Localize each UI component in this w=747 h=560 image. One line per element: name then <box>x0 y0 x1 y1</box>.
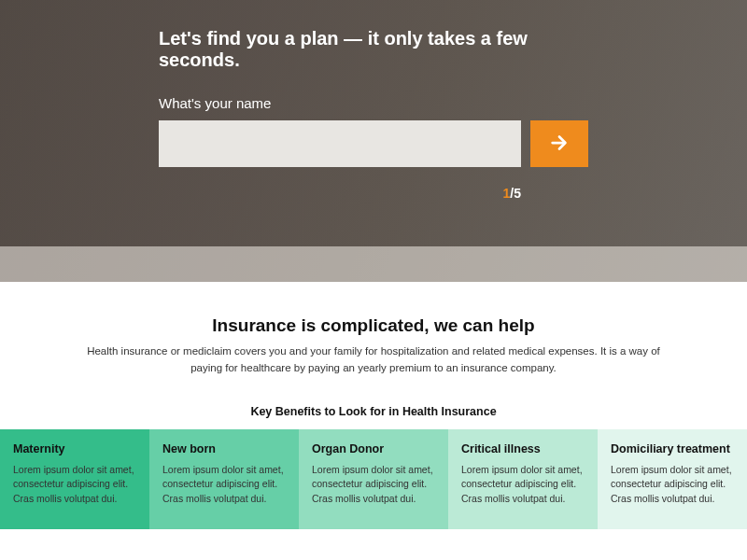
name-label: What's your name <box>159 95 588 111</box>
hero-title: Let's find you a plan — it only takes a … <box>159 28 588 71</box>
benefits-heading: Key Benefits to Look for in Health Insur… <box>0 405 747 418</box>
benefit-cards: Maternity Lorem ipsum dolor sit amet, co… <box>0 429 747 529</box>
benefit-title: Organ Donor <box>312 442 435 455</box>
name-input-row <box>159 120 588 167</box>
benefit-title: New born <box>162 442 286 455</box>
benefit-title: Domiciliary treatment <box>611 442 734 455</box>
mid-title: Insurance is complicated, we can help <box>56 315 691 336</box>
mid-subtitle: Health insurance or mediclaim covers you… <box>79 343 668 377</box>
image-credit-bar <box>0 246 747 282</box>
benefit-title: Maternity <box>13 442 136 455</box>
benefit-card: Critical illness Lorem ipsum dolor sit a… <box>448 429 598 529</box>
benefit-card: Domiciliary treatment Lorem ipsum dolor … <box>598 429 747 529</box>
name-input[interactable] <box>159 120 521 167</box>
benefit-body: Lorem ipsum dolor sit amet, consectetur … <box>162 463 286 507</box>
benefit-body: Lorem ipsum dolor sit amet, consectetur … <box>312 463 435 507</box>
next-button[interactable] <box>530 120 588 167</box>
benefit-card: New born Lorem ipsum dolor sit amet, con… <box>149 429 299 529</box>
benefit-card: Organ Donor Lorem ipsum dolor sit amet, … <box>299 429 448 529</box>
step-indicator: 1/5 <box>159 186 588 201</box>
step-total: 5 <box>514 186 521 201</box>
benefit-card: Maternity Lorem ipsum dolor sit amet, co… <box>0 429 149 529</box>
benefit-body: Lorem ipsum dolor sit amet, consectetur … <box>13 463 136 507</box>
benefit-title: Critical illness <box>461 442 585 455</box>
benefit-body: Lorem ipsum dolor sit amet, consectetur … <box>461 463 585 507</box>
benefit-body: Lorem ipsum dolor sit amet, consectetur … <box>611 463 734 507</box>
hero-section: Let's find you a plan — it only takes a … <box>0 0 747 282</box>
mid-section: Insurance is complicated, we can help He… <box>0 282 747 377</box>
arrow-right-icon <box>549 133 570 156</box>
